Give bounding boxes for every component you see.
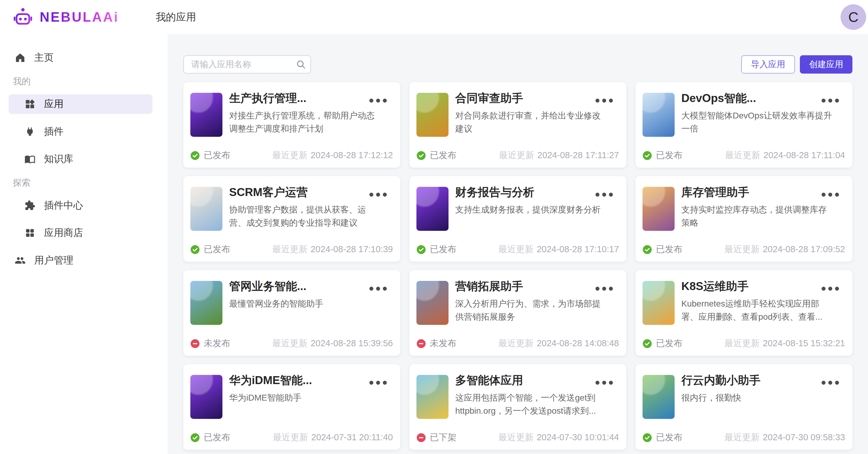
search-input[interactable]: [183, 55, 311, 73]
status-badge: 已下架: [417, 431, 457, 444]
status-label: 已发布: [656, 431, 683, 444]
autumn-river-thumbnail: [190, 281, 222, 325]
import-app-button[interactable]: 导入应用: [741, 55, 795, 73]
status-badge: 已发布: [191, 243, 230, 256]
app-card[interactable]: DevOps智能... 大模型智能体DevOps让研发效率再提升一倍 已发布 最…: [636, 82, 852, 168]
status-badge: 已发布: [643, 431, 683, 444]
sidebar-item-home[interactable]: 主页: [8, 48, 152, 67]
more-actions-icon[interactable]: [594, 286, 614, 292]
brand-logo-group[interactable]: NEBULAAi: [0, 6, 156, 28]
app-card-title: DevOps智能...: [681, 91, 814, 106]
app-card[interactable]: SCRM客户运营 协助管理客户数据，提供从获客、运营、成交到复购的专业指导和建议…: [183, 176, 400, 262]
more-actions-icon[interactable]: [368, 97, 388, 104]
sidebar-item-users[interactable]: 用户管理: [8, 251, 152, 270]
app-card-title: 营销拓展助手: [455, 279, 588, 294]
last-updated: 最近更新2024-08-28 17:09:52: [724, 243, 845, 256]
last-updated: 最近更新2024-08-28 15:39:56: [272, 337, 393, 350]
sidebar-item-label: 用户管理: [34, 254, 73, 267]
more-actions-icon[interactable]: [594, 97, 614, 104]
toolbar: 导入应用 创建应用: [183, 55, 852, 74]
office-desk-thumbnail: [190, 187, 222, 231]
status-badge: 已发布: [417, 243, 457, 256]
status-badge: 未发布: [417, 337, 457, 350]
status-label: 已发布: [204, 431, 230, 444]
more-actions-icon[interactable]: [820, 380, 840, 386]
app-card-grid: 生产执行管理... 对接生产执行管理系统，帮助用户动态调整生产调度和排产计划 已…: [183, 82, 852, 450]
last-updated: 最近更新2024-08-28 14:08:48: [498, 337, 619, 350]
page-title: 我的应用: [156, 10, 196, 24]
app-card[interactable]: 华为iDME智能... 华为iDME智能助手 已发布 最近更新2024-07-3…: [183, 364, 400, 450]
more-actions-icon[interactable]: [820, 191, 840, 198]
sidebar-item-label: 应用: [44, 97, 64, 111]
plug-icon: [25, 126, 35, 137]
app-card-title: 行云内勤小助手: [681, 373, 814, 388]
app-card[interactable]: 管网业务智能... 最懂管网业务的智能助手 未发布 最近更新2024-08-28…: [183, 270, 400, 356]
more-actions-icon[interactable]: [594, 191, 614, 198]
create-app-button[interactable]: 创建应用: [800, 55, 852, 73]
last-updated: 最近更新2024-07-30 10:01:44: [498, 431, 619, 444]
app-card-title: 多智能体应用: [455, 373, 588, 388]
app-card[interactable]: 营销拓展助手 深入分析用户行为、需求，为市场部提供营销拓展服务 未发布 最近更新…: [409, 270, 626, 356]
sidebar-item-app-store[interactable]: 应用商店: [8, 223, 152, 243]
app-card-description: 支持实时监控库存动态，提供调整库存策略: [681, 203, 833, 229]
app-card-title: 管网业务智能...: [229, 279, 362, 294]
search-icon[interactable]: [296, 59, 306, 70]
app-card[interactable]: 生产执行管理... 对接生产执行管理系统，帮助用户动态调整生产调度和排产计划 已…: [183, 82, 400, 168]
brand-wordmark: NEBULAAi: [40, 9, 119, 25]
knowledge-book-icon: [25, 154, 35, 165]
sidebar-item-label: 插件中心: [44, 199, 83, 212]
more-actions-icon[interactable]: [368, 380, 388, 386]
home-icon: [15, 52, 26, 63]
status-label: 已发布: [430, 243, 457, 256]
status-badge: 已发布: [643, 337, 683, 350]
sidebar-nav: 主页 我的 应用 插件 知识库 探索 插件中心 应用商店 用户管理: [0, 34, 168, 454]
app-card[interactable]: 财务报告与分析 支持生成财务报表，提供深度财务分析 已发布 最近更新2024-0…: [409, 176, 626, 262]
status-badge: 已发布: [191, 149, 230, 162]
app-card-title: 财务报告与分析: [455, 185, 588, 200]
sidebar-item-puzzle[interactable]: 插件中心: [8, 196, 152, 215]
sidebar-item-label: 主页: [34, 51, 54, 64]
last-updated: 最近更新2024-08-28 17:12:12: [272, 149, 393, 162]
sidebar-item-widgets[interactable]: 应用: [8, 94, 152, 114]
more-actions-icon[interactable]: [368, 191, 388, 198]
sidebar-item-label: 知识库: [44, 152, 73, 166]
last-updated: 最近更新2024-08-28 17:11:04: [725, 149, 845, 162]
cloud-dashboard-thumbnail: [643, 281, 675, 325]
status-badge: 已发布: [417, 149, 457, 162]
app-card-description: 协助管理客户数据，提供从获客、运营、成交到复购的专业指导和建议: [229, 203, 380, 229]
app-card-title: SCRM客户运营: [229, 185, 362, 200]
app-card[interactable]: K8S运维助手 Kubernetes运维助手轻松实现应用部署、应用删除、查看po…: [636, 270, 852, 356]
search-box: [183, 55, 311, 73]
robot-thumbnail: [190, 375, 222, 419]
more-actions-icon[interactable]: [594, 380, 614, 386]
more-actions-icon[interactable]: [820, 286, 840, 292]
app-card-description: 大模型智能体DevOps让研发效率再提升一倍: [681, 109, 833, 135]
status-badge: 已发布: [643, 243, 683, 256]
app-card-description: 深入分析用户行为、需求，为市场部提供营销拓展服务: [455, 297, 607, 323]
green-river-thumbnail: [643, 375, 675, 419]
app-card[interactable]: 合同审查助手 对合同条款进行审查，并给出专业修改建议 已发布 最近更新2024-…: [409, 82, 626, 168]
sidebar-item-label: 插件: [44, 125, 64, 138]
status-label: 已发布: [656, 243, 683, 256]
app-card-description: 这应用包括两个智能，一个发送get到httpbin.org，另一个发送post请…: [455, 391, 607, 417]
forest-sunlight-thumbnail: [416, 93, 448, 137]
app-card-description: 最懂管网业务的智能助手: [229, 297, 380, 310]
app-card-title: 库存管理助手: [681, 185, 814, 200]
status-label: 已下架: [430, 431, 457, 444]
sidebar-item-knowledge-book[interactable]: 知识库: [8, 149, 152, 169]
app-card-title: 合同审查助手: [455, 91, 588, 106]
more-actions-icon[interactable]: [368, 286, 388, 292]
top-header: NEBULAAi 我的应用 C: [0, 0, 868, 34]
user-avatar[interactable]: C: [840, 4, 866, 30]
app-card[interactable]: 库存管理助手 支持实时监控库存动态，提供调整库存策略 已发布 最近更新2024-…: [636, 176, 852, 262]
app-card[interactable]: 多智能体应用 这应用包括两个智能，一个发送get到httpbin.org，另一个…: [409, 364, 626, 450]
sidebar-section-label: 探索: [13, 177, 168, 189]
app-card-description: 对合同条款进行审查，并给出专业修改建议: [455, 109, 607, 135]
status-label: 已发布: [656, 337, 683, 350]
users-icon: [15, 255, 26, 266]
laptop-chart-thumbnail: [643, 93, 675, 137]
app-card[interactable]: 行云内勤小助手 很内行，很勤快 已发布 最近更新2024-07-30 09:58…: [636, 364, 852, 450]
last-updated: 最近更新2024-07-31 20:11:40: [273, 431, 393, 444]
sidebar-item-plug[interactable]: 插件: [8, 122, 152, 141]
more-actions-icon[interactable]: [820, 97, 840, 104]
